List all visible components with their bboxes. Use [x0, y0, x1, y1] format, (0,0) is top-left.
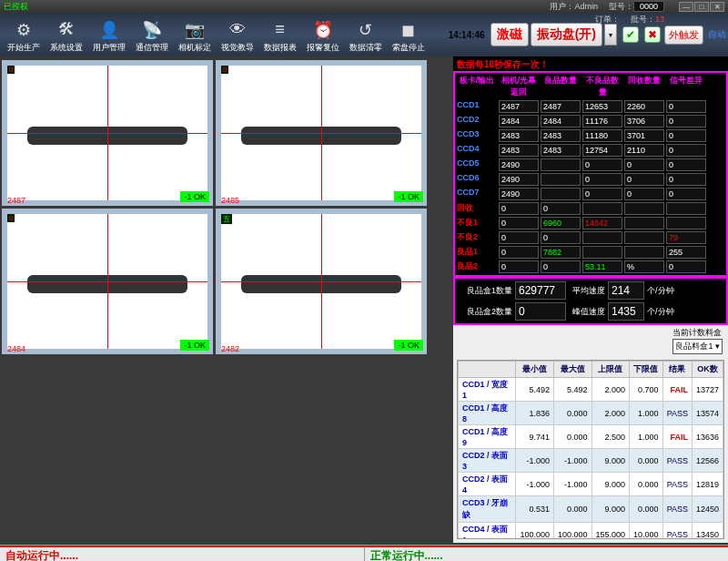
maximize-button[interactable]: □ — [694, 2, 709, 12]
stats-cell: 12754 — [582, 144, 622, 157]
stats-cell: 相机/光幕 返回 — [499, 75, 539, 98]
status-auto: 自动运行中...... — [0, 546, 364, 561]
results-header: 下限值 — [630, 362, 663, 378]
toolbar-0[interactable]: ⚙开始生产 — [2, 16, 45, 54]
stats-cell: 信号差异 — [666, 75, 706, 98]
peakspd-label: 峰值速度 — [569, 306, 605, 318]
results-row[interactable]: CCD1 / 高度81.8360.0002.0001.000PASS13574 — [459, 402, 723, 425]
results-cell: PASS — [662, 402, 692, 425]
stats-cell: 11180 — [582, 129, 622, 142]
avgspd-label: 平均速度 — [569, 285, 605, 297]
status-normal: 正常运行中...... — [364, 546, 729, 561]
stats-cell: 0 — [666, 129, 706, 142]
results-cell: 0.700 — [630, 378, 663, 402]
results-row[interactable]: CCD2 / 表面4-1.000-1.0009.0000.000PASS1281… — [459, 473, 723, 496]
results-cell: 2.000 — [592, 402, 630, 425]
stats-cell: 0 — [666, 115, 706, 128]
stats-cell: 2110 — [624, 144, 664, 157]
results-cell: 9.000 — [592, 496, 630, 523]
toolbar-icon: 📷 — [182, 18, 207, 42]
stats-cell: 不良1 — [457, 217, 497, 230]
trigger-button[interactable]: 外触发 — [664, 26, 703, 45]
toolbar-icon: ⚙ — [11, 18, 36, 42]
top-info-2: 订单： 批号：13 — [595, 13, 664, 26]
results-cell: 13727 — [692, 378, 723, 402]
stats-cell: % — [624, 260, 664, 273]
camera-grid: 02487-1 OK02485-1 OK02484-1 OK五2482-1 OK — [0, 56, 453, 358]
camera-image — [7, 66, 207, 200]
toolbar-label: 系统设置 — [50, 42, 83, 54]
stats-cell: 2483 — [541, 144, 581, 157]
toolbar-8[interactable]: ↺数据清零 — [344, 16, 387, 54]
cam-counter: 2484 — [7, 344, 25, 353]
stats-cell: 不良品数量 — [582, 75, 622, 98]
results-row[interactable]: CCD4 / 表面1100.000100.000155.00010.000PAS… — [459, 523, 723, 540]
stats-cell: 0 — [499, 217, 539, 230]
toolbar-1[interactable]: 🛠系统设置 — [45, 16, 87, 54]
vibration-button[interactable]: 振动盘(开) — [531, 23, 602, 46]
toolbar-3[interactable]: 📡通信管理 — [130, 16, 173, 54]
toolbar-icon: ⏰ — [310, 18, 336, 42]
toolbar-2[interactable]: 👤用户管理 — [87, 16, 130, 54]
camera-view-2[interactable]: 02485-1 OK — [216, 60, 427, 206]
results-cell: PASS — [662, 523, 692, 540]
auto-label: 自动 — [708, 28, 726, 41]
peakspd-value: 1435 — [608, 302, 644, 321]
results-row[interactable]: CCD1 / 高度99.7410.0002.5001.000FAIL13636 — [459, 425, 723, 449]
results-cell: 0.000 — [554, 402, 592, 425]
batch-value: 13 — [655, 15, 664, 24]
stats-cell: 0 — [499, 246, 539, 259]
stats-cell: 11176 — [582, 115, 622, 128]
results-row[interactable]: CCD2 / 表面3-1.000-1.0009.0000.000PASS1256… — [459, 449, 723, 473]
minimize-button[interactable]: — — [679, 2, 693, 12]
cam-ok-badge: -1 OK — [180, 340, 209, 351]
cancel-btn[interactable]: ✖ — [644, 26, 661, 43]
toolbar-6[interactable]: ≡数据报表 — [258, 16, 301, 54]
confirm-button[interactable]: ✔ — [622, 26, 639, 43]
stats-cell — [624, 246, 664, 259]
stats-cell: 3706 — [624, 115, 664, 128]
stats-cell: 0 — [499, 231, 539, 244]
stats-cell: 0 — [541, 202, 581, 215]
cam-topleft: 0 — [221, 66, 228, 74]
results-cell: 100.000 — [516, 523, 554, 540]
camera-view-1[interactable]: 02487-1 OK — [2, 60, 213, 206]
camera-view-4[interactable]: 五2482-1 OK — [216, 209, 427, 354]
stats-cell: 79 — [666, 231, 706, 244]
curbox-select[interactable]: 良品料盒1 ▾ — [672, 339, 723, 354]
results-row[interactable]: CCD3 / 牙崩缺0.5310.0009.0000.000PASS12450 — [459, 496, 723, 523]
results-cell: CCD1 / 高度9 — [459, 425, 516, 449]
toolbar-5[interactable]: 👁视觉教导 — [216, 16, 258, 54]
jici-button[interactable]: 激磁 — [490, 23, 529, 46]
results-cell: 13450 — [692, 523, 723, 540]
cam-topleft: 0 — [7, 66, 15, 74]
results-table[interactable]: 最小值最大值上限值下限值结果OK数CCD1 / 宽度15.4925.4922.0… — [457, 360, 724, 539]
close-button[interactable]: ✕ — [710, 2, 724, 12]
toolbar-label: 索盘停止 — [392, 42, 425, 54]
stats-cell — [624, 202, 664, 215]
stats-cell: 255 — [666, 246, 706, 259]
good1-value: 629777 — [515, 281, 566, 300]
results-cell: 12450 — [692, 496, 723, 523]
camera-view-3[interactable]: 02484-1 OK — [2, 209, 213, 354]
toolbar-icon: 👁 — [225, 18, 250, 42]
good2-label: 良品盒2数量 — [458, 306, 512, 318]
vibration-dropdown[interactable]: ▾ — [604, 24, 617, 46]
stats-cell: 6960 — [541, 217, 581, 230]
toolbar-4[interactable]: 📷相机标定 — [173, 16, 216, 54]
stats-cell — [582, 202, 622, 215]
stats-cell: CCD7 — [457, 188, 497, 200]
toolbar-label: 用户管理 — [93, 42, 126, 54]
auth-status: 已授权 — [4, 1, 28, 13]
stats-cell: 12653 — [582, 100, 622, 113]
toolbar-7[interactable]: ⏰报警复位 — [301, 16, 344, 54]
toolbar-9[interactable]: ◼索盘停止 — [387, 16, 430, 54]
cam-ok-badge: -1 OK — [394, 191, 423, 202]
results-cell: 1.000 — [630, 425, 663, 449]
results-cell: 5.492 — [554, 378, 592, 402]
stats-cell: 2484 — [499, 115, 539, 128]
results-row[interactable]: CCD1 / 宽度15.4925.4922.0000.700FAIL13727 — [459, 378, 723, 402]
top-info: 用户：Admin 型号：0000 — [550, 0, 664, 13]
results-cell: FAIL — [662, 425, 692, 449]
stats-cell: 良品数量 — [541, 75, 581, 98]
